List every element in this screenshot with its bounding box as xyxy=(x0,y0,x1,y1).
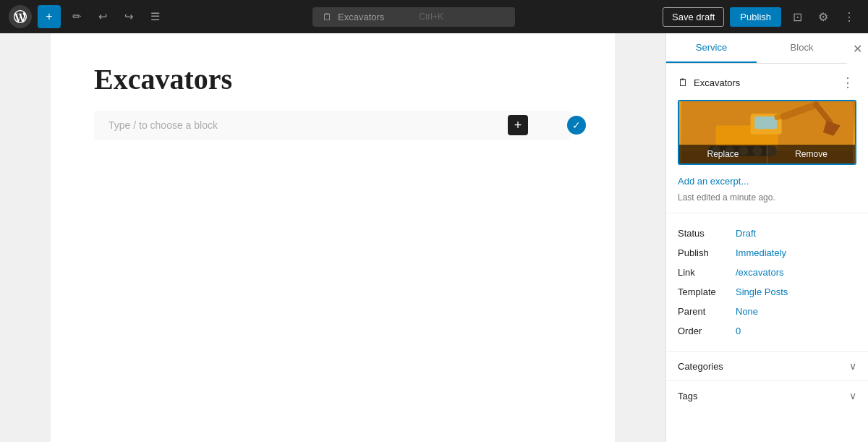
link-value[interactable]: /excavators xyxy=(736,263,856,282)
editor-area: Excavators Type / to choose a block + ✓ … xyxy=(0,33,665,442)
image-overlay-buttons: Replace Remove xyxy=(679,145,855,163)
add-block-button[interactable]: + xyxy=(38,5,61,28)
tags-section[interactable]: Tags ∨ xyxy=(666,381,868,410)
tab-service[interactable]: Service xyxy=(666,33,757,63)
view-mode-button[interactable]: ⊡ xyxy=(787,7,807,27)
section-more-button[interactable]: ⋮ xyxy=(839,74,856,91)
document-icon: 🗒 xyxy=(323,12,332,22)
publish-row: Publish Immediately xyxy=(678,243,856,263)
search-title: Excavators xyxy=(338,12,384,22)
main-toolbar: + ✏ ↩ ↪ ☰ 🗒 Excavators Ctrl+K Save draft… xyxy=(0,0,868,33)
sidebar-excavators-section: 🗒 Excavators ⋮ xyxy=(666,64,868,213)
parent-row: Parent None xyxy=(678,302,856,321)
publish-meta-label: Publish xyxy=(678,243,736,263)
wp-logo[interactable] xyxy=(9,5,32,28)
last-edited-text: Last edited a minute ago. xyxy=(678,192,856,203)
order-row: Order 0 xyxy=(678,321,856,341)
undo-button[interactable]: ↩ xyxy=(93,7,113,27)
search-bar[interactable]: 🗒 Excavators Ctrl+K xyxy=(312,7,515,27)
post-title[interactable]: Excavators xyxy=(94,62,571,96)
publish-button[interactable]: Publish xyxy=(730,7,781,27)
image-container: Replace Remove xyxy=(678,100,856,165)
sidebar-close-button[interactable]: ✕ xyxy=(847,36,868,61)
remove-image-button[interactable]: Remove xyxy=(767,145,855,163)
categories-chevron-icon: ∨ xyxy=(849,360,856,372)
save-draft-button[interactable]: Save draft xyxy=(663,7,724,27)
toolbar-right: Save draft Publish ⊡ ⚙ ⋮ xyxy=(663,7,859,27)
add-block-area: Type / to choose a block + ✓ xyxy=(94,111,571,140)
meta-table: Status Draft Publish Immediately Link /e… xyxy=(678,224,856,341)
tab-block[interactable]: Block xyxy=(757,33,847,63)
parent-value[interactable]: None xyxy=(736,302,856,321)
template-label: Template xyxy=(678,282,736,302)
tags-title: Tags xyxy=(678,391,849,401)
status-label: Status xyxy=(678,224,736,243)
categories-title: Categories xyxy=(678,361,849,372)
toolbar-center: 🗒 Excavators Ctrl+K xyxy=(171,7,657,27)
block-placeholder[interactable]: Type / to choose a block xyxy=(109,119,218,131)
wp-logo-icon xyxy=(14,10,27,23)
tags-chevron-icon: ∨ xyxy=(849,390,856,401)
redo-button[interactable]: ↪ xyxy=(119,7,139,27)
main-layout: Excavators Type / to choose a block + ✓ … xyxy=(0,33,868,442)
list-view-button[interactable]: ☰ xyxy=(145,7,165,27)
order-value[interactable]: 0 xyxy=(736,321,856,341)
sidebar-tabs-row: Service Block ✕ xyxy=(666,33,868,64)
add-excerpt-link[interactable]: Add an excerpt... xyxy=(678,176,856,187)
template-row: Template Single Posts xyxy=(678,282,856,302)
sidebar-tabs: Service Block xyxy=(666,33,847,64)
status-value[interactable]: Draft xyxy=(736,224,856,243)
sidebar: Service Block ✕ 🗒 Excavators ⋮ xyxy=(665,33,868,442)
order-label: Order xyxy=(678,321,736,341)
sidebar-section-title: Excavators xyxy=(694,77,740,88)
publish-meta-value[interactable]: Immediately xyxy=(736,243,856,263)
tools-button[interactable]: ✏ xyxy=(67,7,87,27)
template-value[interactable]: Single Posts xyxy=(736,282,856,302)
link-row: Link /excavators xyxy=(678,263,856,282)
editor-content: Excavators Type / to choose a block + ✓ xyxy=(51,33,615,442)
link-label: Link xyxy=(678,263,736,282)
check-icon: ✓ xyxy=(567,116,586,135)
sidebar-section-header: 🗒 Excavators ⋮ xyxy=(678,74,856,91)
settings-toggle-button[interactable]: ⚙ xyxy=(813,7,833,27)
categories-section[interactable]: Categories ∨ xyxy=(666,352,868,381)
add-block-inline-button[interactable]: + xyxy=(508,115,528,135)
replace-image-button[interactable]: Replace xyxy=(679,145,767,163)
excavators-icon: 🗒 xyxy=(678,77,688,88)
search-shortcut: Ctrl+K xyxy=(419,12,443,22)
status-row: Status Draft xyxy=(678,224,856,243)
svg-rect-4 xyxy=(754,116,777,129)
more-options-button[interactable]: ⋮ xyxy=(839,7,859,27)
parent-label: Parent xyxy=(678,302,736,321)
sidebar-meta-section: Status Draft Publish Immediately Link /e… xyxy=(666,213,868,352)
